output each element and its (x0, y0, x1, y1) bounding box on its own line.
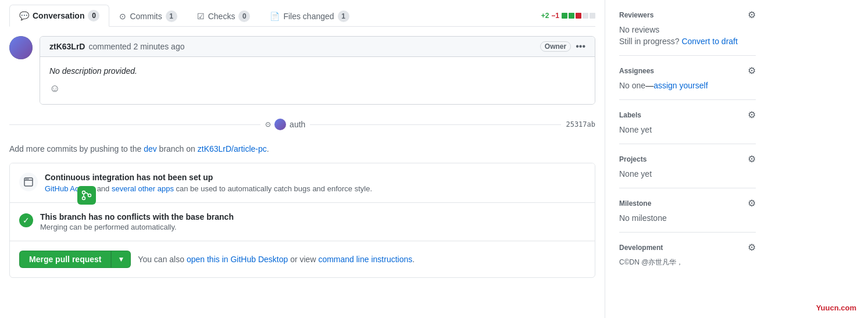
tab-checks-badge: 0 (238, 10, 250, 22)
merge-also-text: You can also open this in GitHub Desktop… (138, 255, 415, 264)
commit-avatar (274, 119, 286, 130)
sidebar-reviewers: Reviewers ⚙ No reviews Still in progress… (619, 9, 756, 56)
reviewers-value: No reviews (619, 25, 756, 34)
comment-text: No description provided. (49, 66, 585, 76)
other-apps-link[interactable]: several other apps (112, 184, 174, 193)
tab-commits[interactable]: ⊙ Commits 1 (109, 5, 187, 27)
milestone-header: Milestone ⚙ (619, 198, 756, 209)
ci-icon (19, 173, 38, 191)
development-gear-icon[interactable]: ⚙ (748, 242, 756, 253)
comment-content: ztK63LrD commented 2 minutes ago Owner •… (40, 36, 595, 105)
avatar-image (9, 36, 33, 59)
diff-blocks (562, 13, 595, 19)
checks-icon: ☑ (197, 12, 205, 21)
merge-dropdown-button[interactable]: ▼ (111, 251, 131, 268)
diff-block-1 (562, 13, 567, 19)
tab-files-changed-badge: 1 (338, 10, 349, 22)
merge-action-section: Merge pull request ▼ You can also open t… (10, 241, 595, 277)
add-commits-info: Add more commits by pushing to the dev b… (9, 144, 595, 153)
development-title: Development (619, 244, 663, 252)
more-options-button[interactable]: ••• (576, 41, 585, 52)
comment-header-right: Owner ••• (540, 41, 585, 52)
labels-gear-icon[interactable]: ⚙ (748, 109, 756, 120)
assignees-title: Assignees (619, 67, 654, 75)
ci-content: Continuous integration has not been set … (19, 173, 585, 193)
commit-author: auth (290, 120, 305, 129)
tab-commits-badge: 1 (166, 10, 177, 22)
milestone-value: No milestone (619, 213, 756, 223)
open-github-desktop-link[interactable]: open this in GitHub Desktop (187, 255, 288, 264)
svg-point-6 (83, 197, 85, 200)
comment-header: ztK63LrD commented 2 minutes ago Owner •… (40, 37, 595, 57)
assign-yourself-link[interactable]: assign yourself (653, 81, 708, 90)
projects-value: None yet (619, 169, 756, 178)
sidebar-projects: Projects ⚙ None yet (619, 153, 756, 188)
check-icon: ✓ (19, 213, 33, 227)
conversation-icon: 💬 (19, 11, 29, 20)
reviewers-title: Reviewers (619, 11, 653, 19)
diff-block-5 (590, 13, 595, 19)
milestone-title: Milestone (619, 199, 651, 208)
no-conflict-content: ✓ This branch has no conflicts with the … (19, 212, 585, 231)
tab-conversation-label: Conversation (33, 11, 84, 20)
projects-header: Projects ⚙ (619, 153, 756, 165)
tab-checks[interactable]: ☑ Checks 0 (187, 5, 260, 27)
tab-commits-label: Commits (130, 12, 162, 21)
labels-title: Labels (619, 111, 641, 119)
commit-info: ⊙ auth (265, 119, 305, 130)
no-conflict-subtitle: Merging can be performed automatically. (40, 223, 234, 231)
milestone-gear-icon[interactable]: ⚙ (748, 198, 756, 209)
sidebar-development: Development ⚙ C©DN @亦世凡华， (619, 242, 756, 277)
commit-hash: 25317ab (566, 120, 595, 128)
files-changed-icon: 📄 (270, 12, 280, 21)
reviewers-header: Reviewers ⚙ (619, 9, 756, 20)
no-conflict-title: This branch has no conflicts with the ba… (40, 212, 234, 221)
svg-point-3 (27, 178, 28, 180)
labels-header: Labels ⚙ (619, 109, 756, 120)
merge-box: Continuous integration has not been set … (9, 163, 595, 278)
assignees-value: No one—assign yourself (619, 81, 756, 90)
emoji-button[interactable]: ☺ (49, 83, 585, 95)
commit-line-right (310, 124, 561, 125)
avatar (9, 36, 33, 59)
dev-branch-link[interactable]: dev (144, 144, 157, 153)
no-conflict-text: This branch has no conflicts with the ba… (40, 212, 234, 231)
merge-button-group: Merge pull request ▼ (19, 251, 131, 268)
ci-title: Continuous integration has not been set … (45, 173, 372, 182)
svg-point-4 (83, 191, 85, 194)
assignees-gear-icon[interactable]: ⚙ (748, 65, 756, 76)
reviewers-extra: Still in progress? Convert to draft (619, 37, 756, 46)
comment-body: No description provided. ☺ (40, 57, 595, 104)
merge-pull-request-button[interactable]: Merge pull request (19, 251, 111, 268)
projects-gear-icon[interactable]: ⚙ (748, 153, 756, 165)
tab-conversation-badge: 0 (88, 10, 99, 22)
no-conflict-section: ✓ This branch has no conflicts with the … (10, 203, 595, 241)
diff-block-4 (583, 13, 588, 19)
sidebar: Reviewers ⚙ No reviews Still in progress… (605, 0, 756, 318)
tab-conversation[interactable]: 💬 Conversation 0 (9, 5, 109, 27)
assignees-header: Assignees ⚙ (619, 65, 756, 76)
comment-section: ztK63LrD commented 2 minutes ago Owner •… (9, 36, 595, 105)
tab-files-changed[interactable]: 📄 Files changed 1 (260, 5, 359, 27)
sidebar-milestone: Milestone ⚙ No milestone (619, 198, 756, 233)
labels-value: None yet (619, 125, 756, 134)
convert-to-draft-link[interactable]: Convert to draft (681, 37, 738, 46)
sidebar-assignees: Assignees ⚙ No one—assign yourself (619, 65, 756, 100)
owner-badge: Owner (540, 41, 571, 52)
sidebar-labels: Labels ⚙ None yet (619, 109, 756, 144)
merge-icon-box (77, 186, 96, 205)
comment-author[interactable]: ztK63LrD (49, 42, 85, 51)
tab-files-changed-label: Files changed (283, 12, 334, 21)
command-line-instructions-link[interactable]: command line instructions (318, 255, 412, 264)
repo-link[interactable]: ztK63LrD/article-pc (198, 144, 267, 153)
svg-point-2 (26, 178, 27, 180)
watermark: Yuucn.com (816, 303, 856, 312)
tab-checks-label: Checks (208, 12, 235, 21)
commit-line: ⊙ auth 25317ab (9, 114, 595, 135)
diff-block-3 (576, 13, 581, 19)
diff-additions: +2 (541, 12, 549, 20)
diff-stats: +2 −1 (541, 12, 595, 20)
reviewers-gear-icon[interactable]: ⚙ (748, 9, 756, 20)
merge-branch-icon (77, 186, 96, 205)
commit-line-left (9, 124, 260, 125)
